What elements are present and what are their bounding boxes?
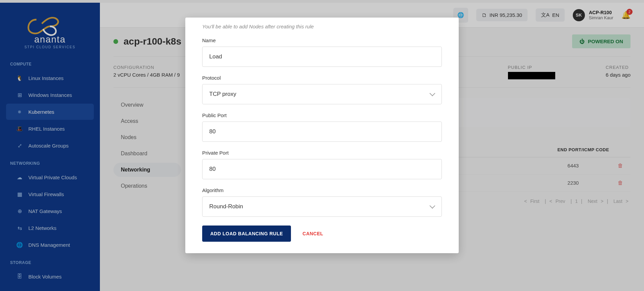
add-rule-button[interactable]: ADD LOAD BALANCING RULE [202,226,291,242]
name-input[interactable] [202,47,442,67]
private-port-input[interactable] [202,159,442,179]
name-label: Name [202,37,442,43]
public-port-input[interactable] [202,122,442,142]
algorithm-label: Algorithm [202,187,442,193]
modal-hint: You'll be able to add Nodes after creati… [202,24,442,29]
algorithm-select[interactable] [202,196,442,217]
modal-overlay: You'll be able to add Nodes after creati… [0,0,644,291]
private-port-label: Private Port [202,150,442,156]
protocol-select[interactable] [202,84,442,104]
cancel-button[interactable]: CANCEL [302,231,323,236]
public-port-label: Public Port [202,112,442,118]
protocol-label: Protocol [202,75,442,81]
add-load-balancing-rule-modal: You'll be able to add Nodes after creati… [185,18,459,253]
